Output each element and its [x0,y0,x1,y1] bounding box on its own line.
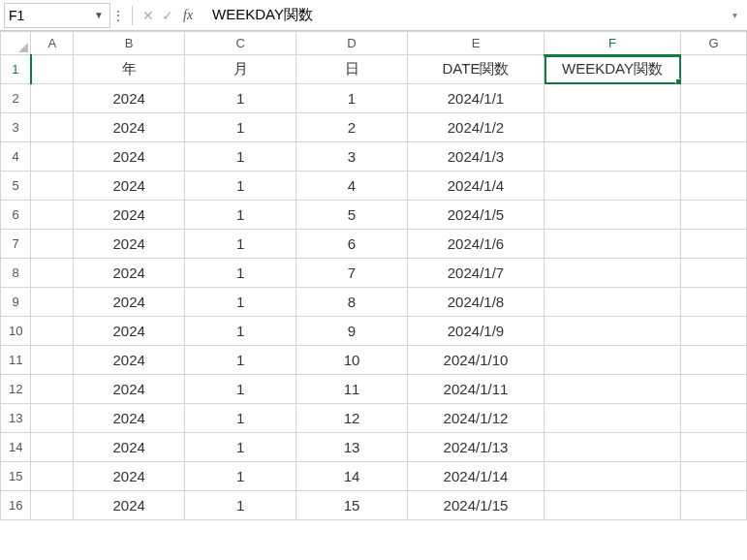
cell-A3[interactable] [31,113,74,142]
cell-E15[interactable]: 2024/1/14 [407,462,544,491]
cell-F14[interactable] [545,433,681,462]
row-header-1[interactable]: 1 [1,55,31,84]
row-header-9[interactable]: 9 [1,288,31,317]
cell-D16[interactable]: 15 [296,491,408,520]
cell-C12[interactable]: 1 [185,375,296,404]
cell-B12[interactable]: 2024 [74,375,185,404]
cell-B7[interactable]: 2024 [74,230,185,259]
column-header-G[interactable]: G [681,32,747,55]
cell-F10[interactable] [545,317,681,346]
formula-input[interactable] [201,7,727,23]
cell-F16[interactable] [545,491,681,520]
cell-G12[interactable] [681,375,747,404]
cell-E7[interactable]: 2024/1/6 [407,230,544,259]
cell-F11[interactable] [545,346,681,375]
cell-G13[interactable] [681,404,747,433]
cell-F13[interactable] [545,404,681,433]
cell-C7[interactable]: 1 [185,230,296,259]
cell-B5[interactable]: 2024 [74,171,185,201]
row-header-8[interactable]: 8 [1,259,31,288]
cell-B1[interactable]: 年 [74,55,185,84]
cell-G16[interactable] [681,491,747,520]
cell-G3[interactable] [681,113,747,142]
cell-G4[interactable] [681,142,747,171]
cell-D2[interactable]: 1 [296,84,408,113]
cell-E9[interactable]: 2024/1/8 [407,288,544,317]
cell-A8[interactable] [31,259,74,288]
chevron-down-icon[interactable]: ▼ [92,10,106,20]
row-header-4[interactable]: 4 [1,142,31,171]
column-header-C[interactable]: C [185,32,296,55]
cell-G8[interactable] [681,259,747,288]
name-box-input[interactable] [9,8,77,23]
cell-E12[interactable]: 2024/1/11 [407,375,544,404]
row-header-5[interactable]: 5 [1,171,31,201]
cell-E14[interactable]: 2024/1/13 [407,433,544,462]
cell-G5[interactable] [681,171,747,201]
spreadsheet-grid[interactable]: ABCDEFG 1年月日DATE関数WEEKDAY関数22024112024/1… [0,31,747,520]
cell-C3[interactable]: 1 [185,113,296,142]
cell-A9[interactable] [31,288,74,317]
cell-A4[interactable] [31,142,74,171]
cell-F12[interactable] [545,375,681,404]
cell-F4[interactable] [545,142,681,171]
cell-A10[interactable] [31,317,74,346]
cell-C6[interactable]: 1 [185,201,296,230]
cell-F1[interactable]: WEEKDAY関数 [545,55,681,84]
cell-C2[interactable]: 1 [185,84,296,113]
cell-E8[interactable]: 2024/1/7 [407,259,544,288]
cell-D13[interactable]: 12 [296,404,408,433]
cell-A5[interactable] [31,171,74,201]
row-header-14[interactable]: 14 [1,433,31,462]
row-header-13[interactable]: 13 [1,404,31,433]
row-header-11[interactable]: 11 [1,346,31,375]
cell-B6[interactable]: 2024 [74,201,185,230]
cell-E10[interactable]: 2024/1/9 [407,317,544,346]
expand-formula-bar-button[interactable]: ▾ [727,10,743,20]
cell-E6[interactable]: 2024/1/5 [407,201,544,230]
cell-F15[interactable] [545,462,681,491]
cell-D4[interactable]: 3 [296,142,408,171]
cell-D11[interactable]: 10 [296,346,408,375]
column-header-E[interactable]: E [407,32,544,55]
column-header-D[interactable]: D [296,32,408,55]
cell-B10[interactable]: 2024 [74,317,185,346]
cell-F7[interactable] [545,230,681,259]
row-header-12[interactable]: 12 [1,375,31,404]
cell-C9[interactable]: 1 [185,288,296,317]
cell-D14[interactable]: 13 [296,433,408,462]
row-header-15[interactable]: 15 [1,462,31,491]
column-header-B[interactable]: B [74,32,185,55]
cell-F3[interactable] [545,113,681,142]
cell-A12[interactable] [31,375,74,404]
insert-function-button[interactable]: fx [177,8,201,23]
cell-E2[interactable]: 2024/1/1 [407,84,544,113]
cell-F8[interactable] [545,259,681,288]
cell-D1[interactable]: 日 [296,55,408,84]
cell-G9[interactable] [681,288,747,317]
cell-C14[interactable]: 1 [185,433,296,462]
cell-B8[interactable]: 2024 [74,259,185,288]
cell-E16[interactable]: 2024/1/15 [407,491,544,520]
cell-D12[interactable]: 11 [296,375,408,404]
row-header-16[interactable]: 16 [1,491,31,520]
cell-B2[interactable]: 2024 [74,84,185,113]
cell-A14[interactable] [31,433,74,462]
row-header-2[interactable]: 2 [1,84,31,113]
cell-C13[interactable]: 1 [185,404,296,433]
cell-B9[interactable]: 2024 [74,288,185,317]
cell-A6[interactable] [31,201,74,230]
cell-C5[interactable]: 1 [185,171,296,201]
cell-G2[interactable] [681,84,747,113]
select-all-corner[interactable] [1,32,31,55]
cell-B3[interactable]: 2024 [74,113,185,142]
cell-B16[interactable]: 2024 [74,491,185,520]
cell-G1[interactable] [681,55,747,84]
cell-B11[interactable]: 2024 [74,346,185,375]
cell-E13[interactable]: 2024/1/12 [407,404,544,433]
cell-A2[interactable] [31,84,74,113]
cell-F6[interactable] [545,201,681,230]
row-header-7[interactable]: 7 [1,230,31,259]
row-header-6[interactable]: 6 [1,201,31,230]
cell-D6[interactable]: 5 [296,201,408,230]
